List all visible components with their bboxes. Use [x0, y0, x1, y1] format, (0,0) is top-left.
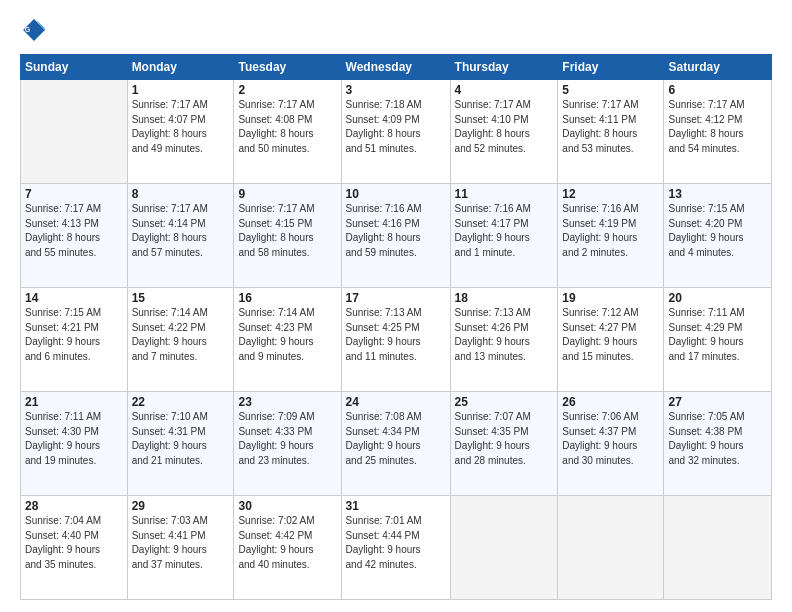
day-detail: Sunrise: 7:10 AMSunset: 4:31 PMDaylight:… — [132, 410, 230, 468]
day-number: 17 — [346, 291, 446, 305]
day-number: 26 — [562, 395, 659, 409]
page: G SundayMondayTuesdayWednesdayThursdayFr… — [0, 0, 792, 612]
calendar-day-cell: 22Sunrise: 7:10 AMSunset: 4:31 PMDayligh… — [127, 392, 234, 496]
calendar-day-cell: 25Sunrise: 7:07 AMSunset: 4:35 PMDayligh… — [450, 392, 558, 496]
day-number: 4 — [455, 83, 554, 97]
calendar-day-cell — [558, 496, 664, 600]
day-header-tuesday: Tuesday — [234, 55, 341, 80]
calendar-day-cell: 21Sunrise: 7:11 AMSunset: 4:30 PMDayligh… — [21, 392, 128, 496]
day-detail: Sunrise: 7:12 AMSunset: 4:27 PMDaylight:… — [562, 306, 659, 364]
calendar-day-cell: 28Sunrise: 7:04 AMSunset: 4:40 PMDayligh… — [21, 496, 128, 600]
day-number: 18 — [455, 291, 554, 305]
header: G — [20, 16, 772, 44]
day-detail: Sunrise: 7:17 AMSunset: 4:12 PMDaylight:… — [668, 98, 767, 156]
day-number: 30 — [238, 499, 336, 513]
day-detail: Sunrise: 7:14 AMSunset: 4:23 PMDaylight:… — [238, 306, 336, 364]
calendar-day-cell: 24Sunrise: 7:08 AMSunset: 4:34 PMDayligh… — [341, 392, 450, 496]
calendar-day-cell — [664, 496, 772, 600]
calendar-day-cell: 3Sunrise: 7:18 AMSunset: 4:09 PMDaylight… — [341, 80, 450, 184]
calendar-day-cell: 18Sunrise: 7:13 AMSunset: 4:26 PMDayligh… — [450, 288, 558, 392]
calendar-day-cell: 5Sunrise: 7:17 AMSunset: 4:11 PMDaylight… — [558, 80, 664, 184]
day-detail: Sunrise: 7:11 AMSunset: 4:30 PMDaylight:… — [25, 410, 123, 468]
day-header-friday: Friday — [558, 55, 664, 80]
day-number: 15 — [132, 291, 230, 305]
day-number: 1 — [132, 83, 230, 97]
day-number: 28 — [25, 499, 123, 513]
day-number: 9 — [238, 187, 336, 201]
day-detail: Sunrise: 7:16 AMSunset: 4:16 PMDaylight:… — [346, 202, 446, 260]
day-detail: Sunrise: 7:02 AMSunset: 4:42 PMDaylight:… — [238, 514, 336, 572]
day-detail: Sunrise: 7:13 AMSunset: 4:25 PMDaylight:… — [346, 306, 446, 364]
calendar-day-cell: 15Sunrise: 7:14 AMSunset: 4:22 PMDayligh… — [127, 288, 234, 392]
calendar-day-cell: 30Sunrise: 7:02 AMSunset: 4:42 PMDayligh… — [234, 496, 341, 600]
day-number: 2 — [238, 83, 336, 97]
calendar-day-cell — [450, 496, 558, 600]
day-number: 7 — [25, 187, 123, 201]
calendar-day-cell: 29Sunrise: 7:03 AMSunset: 4:41 PMDayligh… — [127, 496, 234, 600]
calendar-week-row: 7Sunrise: 7:17 AMSunset: 4:13 PMDaylight… — [21, 184, 772, 288]
day-detail: Sunrise: 7:03 AMSunset: 4:41 PMDaylight:… — [132, 514, 230, 572]
day-header-saturday: Saturday — [664, 55, 772, 80]
day-number: 21 — [25, 395, 123, 409]
logo: G — [20, 16, 54, 44]
day-detail: Sunrise: 7:13 AMSunset: 4:26 PMDaylight:… — [455, 306, 554, 364]
day-detail: Sunrise: 7:15 AMSunset: 4:21 PMDaylight:… — [25, 306, 123, 364]
day-number: 13 — [668, 187, 767, 201]
calendar-day-cell: 26Sunrise: 7:06 AMSunset: 4:37 PMDayligh… — [558, 392, 664, 496]
logo-icon: G — [20, 16, 48, 44]
day-number: 10 — [346, 187, 446, 201]
calendar-day-cell: 8Sunrise: 7:17 AMSunset: 4:14 PMDaylight… — [127, 184, 234, 288]
day-number: 6 — [668, 83, 767, 97]
day-detail: Sunrise: 7:16 AMSunset: 4:19 PMDaylight:… — [562, 202, 659, 260]
calendar-week-row: 14Sunrise: 7:15 AMSunset: 4:21 PMDayligh… — [21, 288, 772, 392]
day-detail: Sunrise: 7:08 AMSunset: 4:34 PMDaylight:… — [346, 410, 446, 468]
day-number: 5 — [562, 83, 659, 97]
day-number: 11 — [455, 187, 554, 201]
day-detail: Sunrise: 7:14 AMSunset: 4:22 PMDaylight:… — [132, 306, 230, 364]
calendar-day-cell: 11Sunrise: 7:16 AMSunset: 4:17 PMDayligh… — [450, 184, 558, 288]
day-detail: Sunrise: 7:17 AMSunset: 4:13 PMDaylight:… — [25, 202, 123, 260]
day-number: 8 — [132, 187, 230, 201]
calendar-day-cell: 23Sunrise: 7:09 AMSunset: 4:33 PMDayligh… — [234, 392, 341, 496]
day-detail: Sunrise: 7:11 AMSunset: 4:29 PMDaylight:… — [668, 306, 767, 364]
day-number: 29 — [132, 499, 230, 513]
day-number: 16 — [238, 291, 336, 305]
calendar-day-cell: 1Sunrise: 7:17 AMSunset: 4:07 PMDaylight… — [127, 80, 234, 184]
calendar-day-cell: 19Sunrise: 7:12 AMSunset: 4:27 PMDayligh… — [558, 288, 664, 392]
calendar-day-cell: 7Sunrise: 7:17 AMSunset: 4:13 PMDaylight… — [21, 184, 128, 288]
day-detail: Sunrise: 7:15 AMSunset: 4:20 PMDaylight:… — [668, 202, 767, 260]
calendar-day-cell: 12Sunrise: 7:16 AMSunset: 4:19 PMDayligh… — [558, 184, 664, 288]
day-number: 25 — [455, 395, 554, 409]
calendar-day-cell: 2Sunrise: 7:17 AMSunset: 4:08 PMDaylight… — [234, 80, 341, 184]
day-detail: Sunrise: 7:17 AMSunset: 4:15 PMDaylight:… — [238, 202, 336, 260]
day-detail: Sunrise: 7:18 AMSunset: 4:09 PMDaylight:… — [346, 98, 446, 156]
day-number: 12 — [562, 187, 659, 201]
day-detail: Sunrise: 7:17 AMSunset: 4:11 PMDaylight:… — [562, 98, 659, 156]
day-detail: Sunrise: 7:17 AMSunset: 4:08 PMDaylight:… — [238, 98, 336, 156]
calendar-table: SundayMondayTuesdayWednesdayThursdayFrid… — [20, 54, 772, 600]
calendar-day-cell — [21, 80, 128, 184]
calendar-day-cell: 16Sunrise: 7:14 AMSunset: 4:23 PMDayligh… — [234, 288, 341, 392]
day-header-thursday: Thursday — [450, 55, 558, 80]
day-detail: Sunrise: 7:09 AMSunset: 4:33 PMDaylight:… — [238, 410, 336, 468]
day-detail: Sunrise: 7:06 AMSunset: 4:37 PMDaylight:… — [562, 410, 659, 468]
calendar-day-cell: 4Sunrise: 7:17 AMSunset: 4:10 PMDaylight… — [450, 80, 558, 184]
day-number: 31 — [346, 499, 446, 513]
day-detail: Sunrise: 7:16 AMSunset: 4:17 PMDaylight:… — [455, 202, 554, 260]
day-number: 27 — [668, 395, 767, 409]
day-detail: Sunrise: 7:04 AMSunset: 4:40 PMDaylight:… — [25, 514, 123, 572]
calendar-day-cell: 27Sunrise: 7:05 AMSunset: 4:38 PMDayligh… — [664, 392, 772, 496]
day-number: 14 — [25, 291, 123, 305]
day-header-sunday: Sunday — [21, 55, 128, 80]
day-detail: Sunrise: 7:17 AMSunset: 4:07 PMDaylight:… — [132, 98, 230, 156]
calendar-day-cell: 10Sunrise: 7:16 AMSunset: 4:16 PMDayligh… — [341, 184, 450, 288]
day-detail: Sunrise: 7:17 AMSunset: 4:10 PMDaylight:… — [455, 98, 554, 156]
day-number: 23 — [238, 395, 336, 409]
day-number: 3 — [346, 83, 446, 97]
day-number: 24 — [346, 395, 446, 409]
calendar-day-cell: 17Sunrise: 7:13 AMSunset: 4:25 PMDayligh… — [341, 288, 450, 392]
day-number: 22 — [132, 395, 230, 409]
day-detail: Sunrise: 7:05 AMSunset: 4:38 PMDaylight:… — [668, 410, 767, 468]
calendar-week-row: 28Sunrise: 7:04 AMSunset: 4:40 PMDayligh… — [21, 496, 772, 600]
calendar-week-row: 21Sunrise: 7:11 AMSunset: 4:30 PMDayligh… — [21, 392, 772, 496]
